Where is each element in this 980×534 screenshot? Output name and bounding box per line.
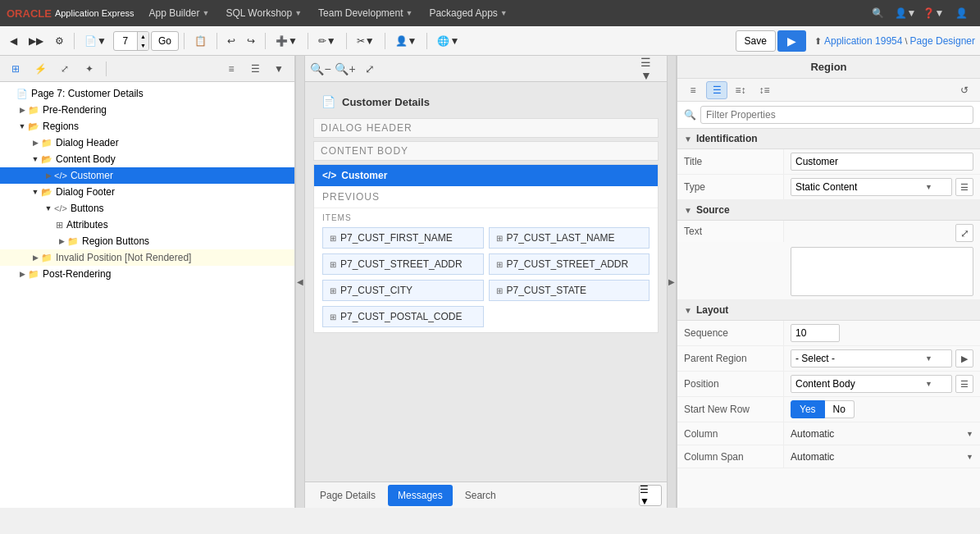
- dialog-footer-toggle[interactable]: ▼: [30, 186, 41, 198]
- undo-btn[interactable]: ↩: [222, 30, 240, 52]
- filter-input[interactable]: [700, 106, 973, 124]
- zoom-out-icon[interactable]: 🔍−: [310, 59, 331, 79]
- edit-mode-btn[interactable]: ✏▼: [313, 30, 341, 52]
- title-input[interactable]: [791, 153, 973, 171]
- content-body-toggle[interactable]: ▼: [30, 153, 41, 165]
- item-p7-first-name[interactable]: ⊞ P7_CUST_FIRST_NAME: [322, 227, 484, 249]
- section-source[interactable]: ▼ Source: [677, 200, 980, 221]
- tree-region-buttons[interactable]: ▶ 📁 Region Buttons: [0, 233, 294, 249]
- page-num-down[interactable]: ▼: [137, 41, 148, 50]
- left-collapse-arrow[interactable]: ◀: [295, 56, 305, 508]
- back-btn[interactable]: ◀: [5, 30, 22, 52]
- section-layout[interactable]: ▼ Layout: [677, 300, 980, 321]
- add-btn[interactable]: ➕▼: [271, 30, 303, 52]
- position-select[interactable]: Content Body: [791, 375, 952, 393]
- tree-customer[interactable]: ▶ </> Customer: [0, 167, 294, 184]
- right-tb-more-icon[interactable]: ↺: [954, 81, 975, 99]
- bottom-tabs: Page Details Messages Search ☰ ▼: [305, 482, 667, 508]
- type-info-btn[interactable]: ☰: [955, 178, 973, 196]
- save-button[interactable]: Save: [736, 30, 776, 52]
- position-info-btn[interactable]: ☰: [955, 375, 973, 393]
- yes-btn[interactable]: Yes: [791, 400, 825, 418]
- post-rendering-toggle[interactable]: ▶: [16, 268, 28, 280]
- left-tb-list-icon[interactable]: ≡: [221, 59, 242, 79]
- item-p7-street2[interactable]: ⊞ P7_CUST_STREET_ADDR: [489, 253, 650, 275]
- user-icon-btn[interactable]: 👤▼: [893, 2, 918, 25]
- parent-region-nav-btn[interactable]: ▶: [955, 349, 973, 367]
- forward-btn[interactable]: ▶▶: [24, 30, 48, 52]
- run-button[interactable]: ▶: [777, 30, 806, 52]
- bottom-menu-btn[interactable]: ☰ ▼: [639, 485, 662, 506]
- right-collapse-arrow[interactable]: ▶: [667, 56, 677, 508]
- customer-toggle[interactable]: ▶: [43, 170, 54, 181]
- go-button[interactable]: Go: [151, 31, 179, 51]
- item-p7-city[interactable]: ⊞ P7_CUST_CITY: [322, 280, 484, 301]
- right-tb-icon2[interactable]: ☰: [706, 81, 727, 99]
- profile-icon-btn[interactable]: 👤: [949, 2, 973, 25]
- parent-region-select[interactable]: - Select -: [791, 349, 952, 367]
- pre-rendering-toggle[interactable]: ▶: [16, 104, 28, 116]
- left-tb-layout-icon[interactable]: ⊞: [5, 59, 26, 79]
- clipboard-btn[interactable]: 📋: [189, 30, 212, 52]
- invalid-toggle[interactable]: ▶: [30, 252, 41, 263]
- page-number-input[interactable]: 7: [114, 35, 137, 47]
- user-btn[interactable]: 👤▼: [390, 30, 422, 52]
- folder-icon: 📁: [28, 105, 39, 116]
- tab-messages[interactable]: Messages: [388, 485, 453, 506]
- text-textarea[interactable]: [791, 247, 973, 296]
- regions-toggle[interactable]: ▼: [16, 121, 28, 132]
- theme-btn[interactable]: 🌐▼: [432, 30, 464, 52]
- region-buttons-toggle[interactable]: ▶: [56, 235, 67, 247]
- tree-invalid-position[interactable]: ▶ 📁 Invalid Position [Not Rendered]: [0, 249, 294, 266]
- left-tb-star-icon[interactable]: ✦: [79, 59, 100, 79]
- nav-sql-workshop[interactable]: SQL Workshop ▼: [217, 0, 310, 26]
- left-tb-menu-icon[interactable]: ▼: [268, 59, 289, 79]
- item-p7-street1[interactable]: ⊞ P7_CUST_STREET_ADDR: [322, 253, 484, 275]
- page-num-up[interactable]: ▲: [137, 32, 148, 41]
- buttons-label: Buttons: [71, 203, 104, 214]
- tree-buttons[interactable]: ▼ </> Buttons: [0, 200, 294, 217]
- settings-btn[interactable]: ⚙: [50, 30, 69, 52]
- section-identification[interactable]: ▼ Identification: [677, 129, 980, 149]
- buttons-toggle[interactable]: ▼: [43, 203, 54, 214]
- item-p7-last-name[interactable]: ⊞ P7_CUST_LAST_NAME: [489, 227, 650, 249]
- left-tb-expand-icon[interactable]: ⤢: [54, 59, 75, 79]
- nav-app-builder[interactable]: App Builder ▼: [141, 0, 218, 26]
- search-icon-btn[interactable]: 🔍: [865, 2, 890, 25]
- item-p7-state[interactable]: ⊞ P7_CUST_STATE: [489, 280, 650, 301]
- tree-dialog-footer[interactable]: ▼ 📂 Dialog Footer: [0, 184, 294, 200]
- scissors-btn[interactable]: ✂▼: [352, 30, 380, 52]
- item-p7-postal[interactable]: ⊞ P7_CUST_POSTAL_CODE: [322, 306, 484, 327]
- tree-content-body[interactable]: ▼ 📂 Content Body: [0, 151, 294, 167]
- tab-search[interactable]: Search: [455, 485, 506, 506]
- left-tb-list2-icon[interactable]: ☰: [244, 59, 266, 79]
- sequence-input[interactable]: [791, 324, 840, 342]
- help-icon-btn[interactable]: ❓▼: [921, 2, 946, 25]
- nav-packaged-apps[interactable]: Packaged Apps ▼: [421, 0, 515, 26]
- tree-page-label: Page 7: Customer Details: [31, 88, 144, 99]
- type-select[interactable]: Static Content: [791, 178, 952, 196]
- expand-icon[interactable]: ⤢: [359, 59, 381, 79]
- no-btn[interactable]: No: [825, 400, 855, 418]
- tree-dialog-header[interactable]: ▶ 📁 Dialog Header: [0, 135, 294, 151]
- customer-region-header[interactable]: </> Customer: [314, 165, 658, 186]
- dialog-header-toggle[interactable]: ▶: [30, 137, 41, 148]
- nav-team-development[interactable]: Team Development ▼: [310, 0, 421, 26]
- tree-regions[interactable]: ▼ 📂 Regions: [0, 118, 294, 135]
- right-tb-icon4[interactable]: ↕≡: [754, 81, 775, 99]
- right-tb-icon1[interactable]: ≡: [682, 81, 704, 99]
- redo-btn[interactable]: ↪: [242, 30, 260, 52]
- center-menu-icon[interactable]: ☰ ▼: [640, 59, 662, 79]
- tree-post-rendering[interactable]: ▶ 📁 Post-Rendering: [0, 266, 294, 282]
- tree-pre-rendering[interactable]: ▶ 📁 Pre-Rendering: [0, 102, 294, 118]
- tab-page-details[interactable]: Page Details: [310, 485, 385, 506]
- zoom-in-icon[interactable]: 🔍+: [335, 59, 356, 79]
- tree-page-title[interactable]: 📄 Page 7: Customer Details: [0, 85, 294, 102]
- file-btn[interactable]: 📄▼: [80, 30, 112, 52]
- left-tb-flash-icon[interactable]: ⚡: [30, 59, 51, 79]
- tree-attributes[interactable]: ⊞ Attributes: [0, 217, 294, 233]
- layout-section-label: Layout: [696, 304, 728, 316]
- bottom-tab-right: ☰ ▼: [639, 485, 662, 506]
- right-tb-icon3[interactable]: ≡↕: [730, 81, 751, 99]
- text-expand-btn[interactable]: ⤢: [955, 224, 973, 242]
